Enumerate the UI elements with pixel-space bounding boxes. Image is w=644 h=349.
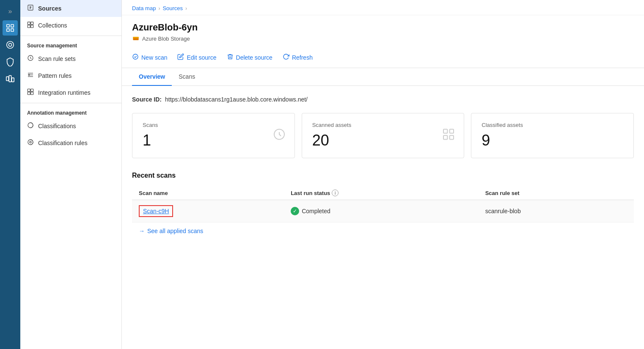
svg-rect-6 <box>6 77 9 80</box>
scanned-assets-card-label: Scanned assets <box>312 122 454 128</box>
see-all-label: See all applied scans <box>147 228 203 234</box>
edit-source-button[interactable]: Edit source <box>177 52 216 63</box>
svg-rect-33 <box>450 135 454 139</box>
status-label: Completed <box>302 208 330 214</box>
svg-point-25 <box>30 141 31 143</box>
scans-card-label: Scans <box>143 122 284 128</box>
content-area: Source ID: https://blobdatascans1rg1ause… <box>122 86 644 349</box>
classified-assets-card-label: Classified assets <box>482 122 623 128</box>
scanned-assets-card-icon <box>442 127 455 144</box>
sidebar-item-pattern-rules[interactable]: Pattern rules <box>20 67 121 84</box>
delete-source-button[interactable]: Delete source <box>227 52 272 63</box>
classification-rules-icon <box>27 139 34 147</box>
breadcrumb-sep-1: › <box>158 5 160 11</box>
svg-rect-8 <box>12 78 14 82</box>
sidebar-item-sources-label: Sources <box>38 5 61 12</box>
sidebar-item-scan-rule-sets[interactable]: Scan rule sets <box>20 50 121 67</box>
toolbar: New scan Edit source Delete source <box>122 47 644 68</box>
breadcrumb-sources[interactable]: Sources <box>162 5 183 11</box>
svg-rect-22 <box>31 92 33 95</box>
col-scan-name: Scan name <box>132 186 284 200</box>
tools-icon[interactable] <box>3 71 18 86</box>
sidebar-item-classifications[interactable]: Classifications <box>20 118 121 135</box>
svg-point-28 <box>133 54 138 59</box>
delete-source-label: Delete source <box>236 54 272 61</box>
page-subtitle-text: Azure Blob Storage <box>142 36 190 42</box>
svg-rect-7 <box>9 76 11 82</box>
scans-card-icon <box>272 127 286 144</box>
refresh-label: Refresh <box>292 54 313 61</box>
data-map-icon[interactable] <box>3 20 18 36</box>
recent-scans-table: Scan name Last run status i Scan rule se… <box>132 186 634 223</box>
see-all-scans-link[interactable]: → See all applied scans <box>132 223 634 239</box>
breadcrumb-data-map[interactable]: Data map <box>132 5 156 11</box>
new-scan-button[interactable]: New scan <box>132 52 167 63</box>
scan-rule-set-cell: scanrule-blob <box>479 200 634 223</box>
page-header: AzureBlob-6yn Azure Blob Storage <box>122 15 644 47</box>
svg-rect-11 <box>31 22 33 25</box>
sidebar-item-sources[interactable]: Sources <box>20 0 121 17</box>
sidebar-item-classification-rules[interactable]: Classification rules <box>20 135 121 151</box>
svg-point-4 <box>7 41 14 49</box>
sidebar-item-collections-label: Collections <box>38 22 67 29</box>
tab-overview[interactable]: Overview <box>132 68 172 86</box>
svg-rect-27 <box>133 37 138 38</box>
svg-rect-1 <box>11 25 14 27</box>
sidebar-item-integration-runtimes[interactable]: Integration runtimes <box>20 84 121 101</box>
sources-icon <box>27 4 34 13</box>
source-id-value: https://blobdatascans1rg1ause.blob.core.… <box>165 96 308 103</box>
scanned-assets-card-value: 20 <box>312 132 454 149</box>
icon-rail: » <box>0 0 20 349</box>
tab-scans[interactable]: Scans <box>172 68 202 86</box>
scan-rule-sets-icon <box>27 55 34 63</box>
last-run-status-info-icon[interactable]: i <box>332 190 339 196</box>
svg-rect-32 <box>443 135 447 139</box>
svg-rect-20 <box>31 89 33 91</box>
sidebar: Sources Collections Source management Sc… <box>20 0 122 349</box>
scan-name-cell: Scan-c9H <box>132 200 284 223</box>
metric-card-scanned-assets[interactable]: Scanned assets 20 <box>302 113 465 158</box>
breadcrumb: Data map › Sources › <box>122 0 644 15</box>
annotation-management-title: Annotation management <box>20 105 121 118</box>
scan-c9h-link[interactable]: Scan-c9H <box>139 205 173 217</box>
status-completed-icon: ✓ <box>291 207 299 215</box>
breadcrumb-sep-2: › <box>185 5 187 11</box>
sidebar-item-collections[interactable]: Collections <box>20 17 121 34</box>
delete-source-icon <box>227 53 234 62</box>
sidebar-item-classifications-label: Classifications <box>38 123 76 129</box>
scans-card-value: 1 <box>143 132 284 149</box>
svg-rect-21 <box>28 92 30 95</box>
storage-icon <box>132 35 140 42</box>
classified-assets-card-value: 9 <box>482 132 623 149</box>
status-cell: ✓ Completed <box>284 200 479 223</box>
source-id-label: Source ID: <box>132 96 162 103</box>
tab-overview-label: Overview <box>139 73 165 80</box>
col-scan-rule-set: Scan rule set <box>479 186 634 200</box>
recent-scans-title: Recent scans <box>132 172 634 179</box>
source-management-title: Source management <box>20 38 121 50</box>
svg-rect-12 <box>28 25 30 27</box>
svg-rect-19 <box>28 89 30 91</box>
svg-rect-0 <box>7 25 9 27</box>
svg-rect-30 <box>443 129 447 133</box>
policy-icon[interactable] <box>3 54 18 69</box>
classifications-icon <box>27 122 34 130</box>
svg-rect-31 <box>450 129 454 133</box>
tabs: Overview Scans <box>122 68 644 86</box>
insights-icon[interactable] <box>3 37 18 52</box>
status-completed: ✓ Completed <box>291 207 472 215</box>
page-subtitle: Azure Blob Storage <box>132 35 634 42</box>
source-id-row: Source ID: https://blobdatascans1rg1ause… <box>132 96 634 103</box>
page-title: AzureBlob-6yn <box>132 22 634 33</box>
refresh-button[interactable]: Refresh <box>283 52 313 63</box>
new-scan-icon <box>132 53 139 62</box>
svg-rect-3 <box>11 29 14 31</box>
sidebar-item-classification-rules-label: Classification rules <box>38 140 88 146</box>
svg-rect-2 <box>7 29 9 31</box>
metric-card-scans[interactable]: Scans 1 <box>132 113 295 158</box>
table-row: Scan-c9H ✓ Completed scanrule-blob <box>132 200 634 223</box>
integration-runtimes-icon <box>27 88 34 97</box>
metric-card-classified-assets[interactable]: Classified assets 9 <box>471 113 634 158</box>
new-scan-label: New scan <box>141 54 167 61</box>
expand-rail-button[interactable]: » <box>3 4 18 19</box>
